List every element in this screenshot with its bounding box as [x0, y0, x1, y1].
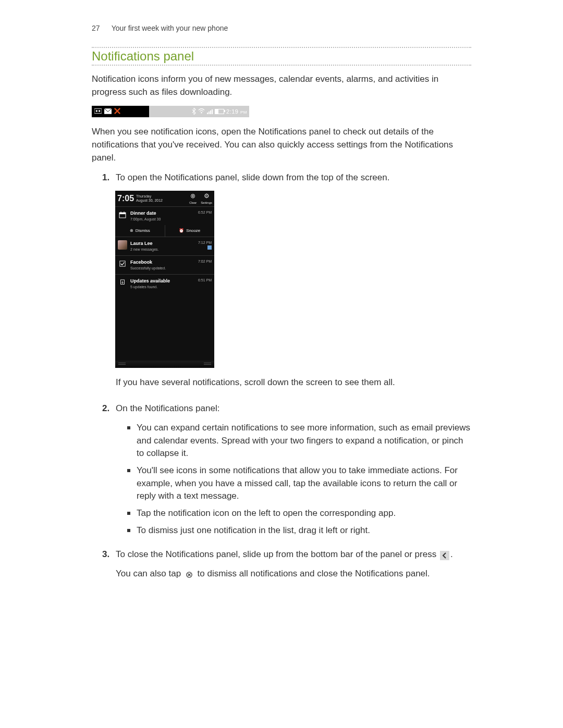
svg-point-4 [201, 112, 202, 113]
step-3: To close the Notifications panel, slide … [102, 548, 471, 594]
bullet: You'll see icons in some notifications t… [127, 464, 471, 507]
clear-icon: ⊗ [189, 192, 197, 201]
calendar-icon [118, 210, 127, 219]
step-1: To open the Notifications panel, slide d… [102, 171, 471, 402]
panel-date: ThursdayAugust 30, 2012 [136, 194, 163, 202]
back-icon [440, 551, 449, 560]
clear-button[interactable]: ⊗ Clear [189, 192, 197, 205]
svg-point-1 [96, 110, 98, 113]
notification-time: 7:02 PM [198, 259, 212, 264]
step-3-tail: You can also tap to dismiss all notifica… [116, 567, 471, 581]
statusbar-clock: 2:19 PM [226, 108, 247, 115]
statusbar-notification-area [92, 106, 149, 117]
notification-row[interactable]: Laura Lee 2 new messages. 7:12 PM [115, 237, 214, 255]
bullet: To dismiss just one notification in the … [127, 524, 471, 541]
statusbar-figure: 2:19 PM [92, 106, 249, 117]
dismiss-button[interactable]: ⊗ Dismiss [115, 225, 165, 237]
notification-row[interactable]: Dinner date 7:00pm, August 30 6:52 PM [115, 207, 214, 225]
notification-subtitle: 7:00pm, August 30 [130, 217, 161, 222]
step-2: On the Notifications panel: You can expa… [102, 402, 471, 548]
notif-panel-header: 7:05 ThursdayAugust 30, 2012 ⊗ Clear ⚙ S… [115, 191, 214, 206]
voicemail-icon [94, 108, 102, 115]
wifi-icon [198, 108, 205, 115]
notification-subtitle: 5 updates found. [130, 285, 170, 290]
gear-icon: ⚙ [201, 192, 212, 201]
statusbar-system-area: 2:19 PM [149, 106, 249, 117]
svg-rect-6 [119, 213, 126, 214]
steps-list: To open the Notifications panel, slide d… [92, 171, 471, 594]
clear-all-icon [185, 570, 194, 579]
bullet: You can expand certain notifications to … [127, 422, 471, 464]
settings-button[interactable]: ⚙ Settings [201, 192, 212, 205]
battery-icon [215, 109, 224, 114]
notification-subtitle: 2 new messages. [130, 247, 158, 252]
drag-handle[interactable] [115, 361, 214, 368]
alarm-icon: ⏰ [179, 228, 184, 234]
step-2-bullets: You can expand certain notifications to … [116, 422, 471, 541]
avatar [118, 240, 127, 250]
step-3-text: To close the Notifications panel, slide … [116, 548, 471, 561]
section-title: Notifications panel [92, 49, 471, 64]
dismiss-icon: ⊗ [130, 228, 133, 234]
step-1-after: If you have several notifications, scrol… [116, 376, 471, 389]
svg-rect-9 [120, 261, 125, 266]
signal-bars-icon [207, 109, 213, 114]
snooze-button[interactable]: ⏰ Snooze [165, 225, 215, 237]
step-2-text: On the Notifications panel: [116, 402, 471, 415]
panel-time: 7:05 [117, 192, 134, 204]
notification-time: 7:12 PM [198, 240, 212, 245]
notification-title: Laura Lee [130, 240, 158, 247]
phone-screenshot: 7:05 ThursdayAugust 30, 2012 ⊗ Clear ⚙ S… [115, 191, 214, 368]
svg-rect-0 [94, 109, 102, 114]
notification-actions: ⊗ Dismiss ⏰ Snooze [115, 225, 214, 237]
notification-title: Dinner date [130, 210, 161, 217]
divider [92, 65, 471, 66]
missed-call-icon [114, 108, 120, 115]
bullet: Tap the notification icon on the left to… [127, 507, 471, 524]
notification-row[interactable]: Updates available 5 updates found. 6:51 … [115, 275, 214, 293]
chapter-title: Your first week with your new phone [112, 24, 228, 32]
download-icon [118, 278, 127, 287]
mail-icon [104, 108, 112, 115]
checkbox-icon [118, 259, 127, 268]
page-number: 27 [92, 24, 109, 32]
paragraph: When you see notification icons, open th… [92, 126, 471, 164]
notification-row[interactable]: Facebook Successfully updated. 7:02 PM [115, 256, 214, 274]
intro-paragraph: Notification icons inform you of new mes… [92, 73, 471, 98]
notification-title: Facebook [130, 259, 166, 266]
app-badge-icon [207, 245, 212, 250]
notification-subtitle: Successfully updated. [130, 266, 166, 271]
step-1-text: To open the Notifications panel, slide d… [116, 171, 471, 184]
bluetooth-icon [192, 108, 196, 116]
notification-time: 6:51 PM [198, 278, 212, 283]
page-header: 27 Your first week with your new phone [92, 24, 228, 32]
svg-point-2 [99, 110, 101, 113]
divider [92, 47, 471, 48]
notification-title: Updates available [130, 278, 170, 285]
notification-time: 6:52 PM [198, 210, 212, 215]
